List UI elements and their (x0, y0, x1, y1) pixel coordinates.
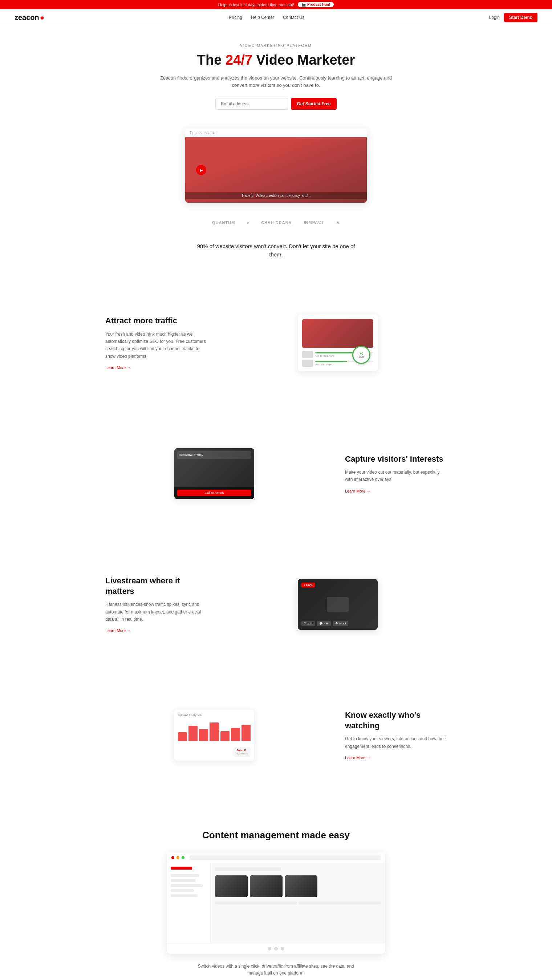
hero-section: VIDEO MARKETING PLATFORM The 24/7 Video … (149, 26, 403, 121)
bar-2 (188, 726, 197, 741)
live-stat-time: ⏱ 00:42 (333, 621, 348, 626)
live-badge: ● LIVE (301, 582, 315, 587)
feature-attract-text: Attract more traffic Your fresh and vide… (105, 316, 207, 370)
live-stat-chat: 💬 234 (317, 621, 331, 626)
cms-meta-row (215, 902, 380, 904)
cms-main-area (211, 863, 385, 943)
video-topbar: Tip to attract this (185, 129, 367, 137)
seo-score: 70 (359, 352, 363, 356)
cms-dot-green (181, 856, 185, 859)
bar-4 (210, 722, 219, 741)
nav-links: Pricing Help Center Contact Us (229, 15, 304, 20)
feature-attract: Attract more traffic Your fresh and vide… (76, 285, 476, 401)
hero-email-input[interactable] (215, 98, 288, 110)
top-banner-text: Help us test it! 4 days before time runs… (218, 3, 294, 7)
hero-title-highlight: 24/7 (226, 52, 252, 68)
feature-livestream-text: Livestream where it matters Harness infl… (105, 576, 207, 633)
hero-title: The 24/7 Video Marketer (156, 52, 396, 68)
logo-star: ★ (336, 220, 340, 225)
feature-capture-title: Capture visitors' interests (345, 454, 447, 465)
product-hunt-pill[interactable]: 🎬 Product Hunt (298, 2, 334, 7)
feature-analytics-desc: Get to know your viewers, interactions a… (345, 735, 447, 750)
pill-text: Product Hunt (307, 3, 330, 6)
nav-pricing[interactable]: Pricing (229, 15, 242, 20)
video-caption: Trace 8: Video creation can be lossy, an… (185, 192, 367, 199)
feature-livestream-link[interactable]: Learn More → (105, 628, 131, 633)
analytics-user-name: John D. (236, 749, 248, 752)
bar-6 (231, 728, 240, 741)
capture-overlay: Call to Action (174, 487, 254, 499)
hero-cta-button[interactable]: Get Started Free (291, 98, 336, 110)
bar-7 (242, 725, 251, 741)
feature-capture-visual: Interactive overlay Call to Action (105, 438, 323, 510)
cms-video-card-3[interactable] (285, 875, 317, 897)
cms-video-card-2[interactable] (250, 875, 283, 897)
cms-controls (167, 943, 385, 954)
seo-thumb-2 (302, 360, 313, 367)
feature-attract-link[interactable]: Learn More → (105, 366, 131, 370)
content-mgmt-title: Content management made easy (14, 830, 538, 841)
cms-body (167, 863, 385, 943)
analytics-title-label: Viewer analytics (178, 713, 251, 717)
live-stat-viewers: 👁 1.2k (301, 621, 315, 626)
capture-panel: Interactive overlay (177, 451, 251, 459)
logos-row: QUANTUM ● CHAU DRANA ⊕IMPACT ★ (0, 214, 552, 231)
hero-title-suffix: Video Marketer (252, 52, 355, 68)
cms-video-grid (215, 875, 380, 897)
capture-panel-text: Interactive overlay (180, 453, 249, 457)
cms-control-1[interactable] (268, 947, 271, 951)
cms-desc: Switch videos with a single click, drive… (194, 963, 358, 977)
hero-title-prefix: The (197, 52, 226, 68)
seo-video-thumb (302, 319, 373, 348)
feature-attract-desc: Your fresh and video rank much higher as… (105, 331, 207, 360)
nav-login[interactable]: Login (489, 15, 500, 20)
cms-dot-red (172, 856, 174, 859)
seo-thumb-1 (302, 351, 313, 358)
cms-sidebar-item-1[interactable] (171, 874, 199, 877)
cms-control-3[interactable] (281, 947, 284, 951)
nav-cta-button[interactable]: Start Demo (504, 13, 538, 22)
nav-contact[interactable]: Contact Us (283, 15, 304, 20)
bar-5 (220, 731, 229, 741)
cms-video-card-1[interactable] (215, 875, 248, 897)
analytics-user-views: 42 views (236, 752, 248, 755)
bar-1 (178, 732, 187, 741)
feature-capture: Capture visitors' interests Make your vi… (76, 415, 476, 532)
feature-livestream-title: Livestream where it matters (105, 576, 207, 597)
analytics-user-card: John D. 42 views (234, 747, 251, 757)
logo-dot: ● (40, 13, 44, 22)
logo[interactable]: zeacon● (14, 13, 44, 22)
cms-url-bar (189, 856, 380, 860)
logo-dot: ● (247, 221, 250, 225)
cms-main-header (215, 867, 281, 871)
cms-sidebar-header (171, 867, 192, 870)
analytics-bars (178, 719, 251, 741)
play-button[interactable]: ▶ (196, 165, 206, 175)
logo-quantum: QUANTUM (212, 221, 235, 225)
cms-sidebar-item-5[interactable] (171, 894, 197, 897)
video-thumbnail[interactable]: ▶ Trace 8: Video creation can be lossy, … (185, 137, 367, 203)
cms-sidebar-item-4[interactable] (171, 889, 194, 892)
cms-sidebar-item-3[interactable] (171, 884, 203, 887)
seo-label: SEO (359, 356, 364, 358)
feature-analytics-link[interactable]: Learn More → (345, 756, 371, 760)
live-stats: 👁 1.2k 💬 234 ⏱ 00:42 (301, 621, 374, 626)
hero-subtitle: Zeacon finds, organizes and analyzes the… (156, 75, 396, 90)
feature-analytics-text: Know exactly who's watching Get to know … (345, 710, 447, 760)
cms-control-2[interactable] (274, 947, 278, 951)
cms-sidebar-item-2[interactable] (171, 879, 196, 882)
top-banner: Help us test it! 4 days before time runs… (0, 0, 552, 9)
content-mgmt-section: Content management made easy (0, 808, 552, 980)
cms-meta-2 (299, 902, 380, 904)
feature-analytics-visual: Viewer analytics John D. 42 views (105, 699, 323, 772)
cms-meta-1 (215, 902, 297, 904)
stats-text: 98% of website visitors won't convert. D… (192, 242, 360, 259)
livestream-placeholder (327, 597, 348, 612)
nav-help[interactable]: Help Center (251, 15, 274, 20)
feature-capture-text: Capture visitors' interests Make your vi… (345, 454, 447, 494)
video-preview: Tip to attract this ▶ Trace 8: Video cre… (185, 129, 367, 203)
feature-analytics: Know exactly who's watching Get to know … (76, 677, 476, 793)
feature-attract-title: Attract more traffic (105, 316, 207, 326)
play-icon: ▶ (200, 168, 203, 172)
feature-capture-link[interactable]: Learn More → (345, 489, 371, 493)
